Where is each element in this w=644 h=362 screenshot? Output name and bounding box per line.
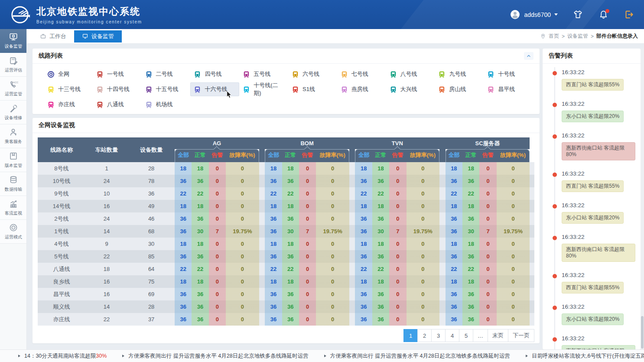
device-table-row[interactable]: 10号线 24 78 36 36 0 0 [38, 175, 534, 187]
line-item[interactable]: 十五号线 [142, 82, 191, 96]
svg-text:AFC: AFC [11, 58, 17, 61]
scrollbar-thumb[interactable] [641, 316, 644, 349]
svg-text:ACC: ACC [13, 81, 18, 84]
alert-message[interactable]: 东小口站 客流超限20% [562, 313, 624, 325]
sidebar-item-operation-mode[interactable]: 运营模式 [0, 220, 26, 244]
device-table-row[interactable]: 9号线 10 36 22 22 0 0 [38, 187, 534, 200]
sidebar-item-version-supervision[interactable]: 版本监管 [0, 148, 26, 172]
line-item[interactable]: 五号线 [239, 67, 288, 81]
alert-message[interactable]: 东小口站 客流超限20% [562, 111, 624, 122]
cell-value: 0 [389, 250, 406, 263]
device-table-row[interactable]: 1号线 14 68 36 30 7 19.75% [38, 225, 534, 238]
line-item[interactable]: 十三号线 [44, 82, 93, 96]
user-menu[interactable]: adds6700 [510, 9, 558, 20]
device-table-row[interactable]: 2号线 24 46 36 36 0 0 [38, 212, 534, 225]
line-item[interactable]: 十号线(二期) [239, 82, 288, 96]
logout-icon[interactable] [624, 9, 634, 20]
tab-workbench[interactable]: 工作台 [32, 30, 74, 42]
line-item[interactable]: 十四号线 [93, 82, 142, 96]
sidebar-item-data-transfer[interactable]: 数据传输 [0, 172, 26, 196]
device-table-row[interactable]: 亦庄线 22 37 36 36 0 0 [38, 313, 534, 326]
sidebar-item-operation-supervision[interactable]: ACC 运营监管 [0, 77, 26, 101]
app-logo: 北京地铁监视中心系统 Beijing subway monitoring cen… [10, 4, 142, 25]
line-item[interactable]: 十号线 [484, 67, 533, 81]
device-table-row[interactable]: 顺义线 14 28 36 36 0 0 [38, 300, 534, 313]
line-item[interactable]: 房山线 [435, 82, 484, 96]
alert-message[interactable]: 东小口站 客流超限20% [562, 212, 624, 224]
line-item[interactable]: 九号线 [435, 67, 484, 81]
alert-message[interactable]: 西直门站 客流超限55% [562, 180, 624, 192]
line-item[interactable]: 十六号线 [190, 82, 239, 96]
device-table-row[interactable]: 4号线 9 30 18 18 0 0 [38, 238, 534, 250]
cell-value: 36 [192, 212, 208, 225]
line-item[interactable]: 燕房线 [337, 82, 386, 96]
alert-message[interactable]: 惠新西街南口站 客流超限80% [562, 244, 635, 262]
page-button[interactable]: 下一页 [508, 329, 534, 342]
tab-device-monitor[interactable]: 设备监管 [74, 30, 122, 42]
cell-value: 36 [446, 225, 462, 238]
line-item[interactable]: 亦庄线 [44, 98, 93, 111]
breadcrumb-device-monitor[interactable]: 设备监管 [567, 33, 588, 40]
cell-value: 36 [265, 313, 282, 326]
cell-value: 36 [446, 300, 462, 313]
line-item[interactable]: 全网 [44, 67, 93, 81]
sidebar-item-operation-evaluation[interactable]: AFC 运营评估 [0, 53, 26, 77]
sidebar-item-passenger-service[interactable]: 乘客服务 [0, 124, 26, 148]
cell-line-name: 2号线 [38, 212, 85, 225]
page-button[interactable]: 3 [431, 329, 446, 342]
alert-message[interactable]: 西直门站 客流超限55% [562, 79, 624, 91]
line-item[interactable]: 四号线 [190, 67, 239, 81]
page-button[interactable]: 末页 [488, 329, 508, 342]
device-table-row[interactable]: 良乡线 16 75 18 18 0 0 [38, 275, 534, 288]
line-item[interactable]: 大兴线 [386, 82, 435, 96]
cell-value: 36 [282, 250, 299, 263]
sidebar-item-passenger-flow[interactable]: 客流监视 [0, 196, 26, 220]
chart-trend-icon [9, 199, 18, 209]
device-table-row[interactable]: 14号线 16 49 18 18 0 0 [38, 200, 534, 212]
device-table-row[interactable]: 八通线 18 64 22 22 0 0 [38, 263, 534, 275]
cell-value: 36 [446, 175, 462, 187]
cell-value: 36 [282, 313, 299, 326]
line-label: 五号线 [254, 70, 270, 78]
line-item[interactable]: 二号线 [142, 67, 191, 81]
collapse-panel-button[interactable] [524, 52, 533, 60]
cell-value: 0 [407, 263, 440, 275]
page-button[interactable]: … [473, 329, 488, 342]
device-table-row[interactable]: 5号线 22 85 36 36 0 0 [38, 250, 534, 263]
cell-value: 0 [479, 175, 496, 187]
line-item[interactable]: 七号线 [337, 67, 386, 81]
line-item[interactable]: 六号线 [288, 67, 337, 81]
line-icon [194, 71, 201, 78]
theme-skin-icon[interactable] [572, 9, 583, 20]
device-table-row[interactable]: 昌平线 16 69 36 36 0 0 [38, 288, 534, 300]
column-gap [530, 238, 534, 250]
line-item[interactable]: 机场线 [142, 98, 191, 111]
notifications-button[interactable] [598, 9, 609, 20]
breadcrumb-home[interactable]: 首页 [549, 33, 559, 40]
subcol-fault-rate: 故障率(%) [316, 149, 349, 162]
line-icon [47, 101, 55, 108]
line-item[interactable]: 昌平线 [484, 82, 533, 96]
cell-value: 36 [355, 250, 372, 263]
sidebar-item-equipment-repair[interactable]: 设备维修 [0, 101, 26, 124]
line-item[interactable]: 八号线 [386, 67, 435, 81]
page-button[interactable]: 4 [445, 329, 459, 342]
line-item[interactable]: 八通线 [93, 98, 142, 111]
alert-item: 16:33:22 惠新西街南口站 客流超限80% [543, 132, 641, 160]
cell-line-name: 9号线 [38, 187, 85, 200]
line-item[interactable]: 一号线 [93, 67, 142, 81]
sidebar-item-label: 运营监管 [4, 91, 22, 97]
alert-message[interactable]: 惠新西街南口站 客流超限80% [562, 142, 635, 160]
sidebar-item-device-monitor[interactable]: 设备监管 [0, 29, 26, 53]
alert-message[interactable]: 惠新西街南口站 客流超限80% [562, 345, 635, 349]
cell-value: 22 [355, 263, 372, 275]
line-item[interactable]: S1线 [288, 82, 337, 96]
alert-dot-icon [553, 236, 557, 240]
scrollbar[interactable] [641, 49, 644, 349]
device-table-row[interactable]: 8号线 1 28 18 18 0 0 [38, 162, 534, 175]
page-button[interactable]: 1 [403, 329, 418, 342]
page-button[interactable]: 5 [459, 329, 473, 342]
column-gap [349, 300, 355, 313]
alert-message[interactable]: 西直门站 客流超限55% [562, 282, 624, 294]
page-button[interactable]: 2 [417, 329, 432, 342]
